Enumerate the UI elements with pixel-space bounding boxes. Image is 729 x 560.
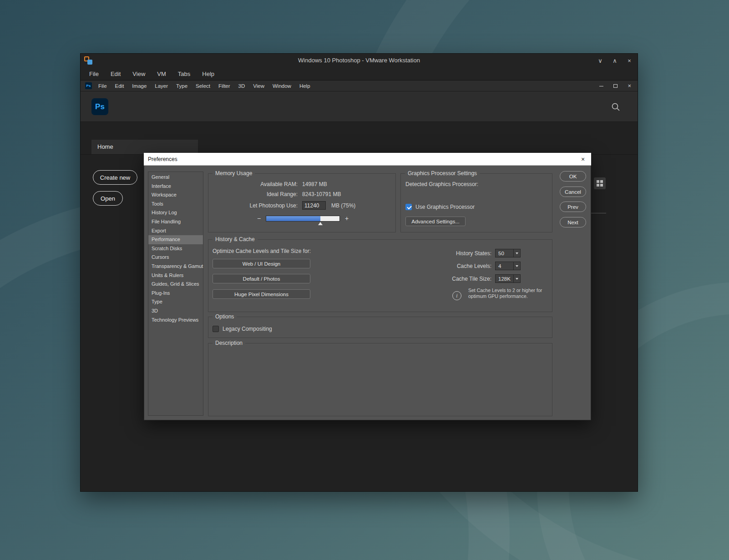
vmware-close-icon[interactable]: × <box>626 57 633 64</box>
sidebar-item-general[interactable]: General <box>148 173 203 182</box>
memory-amount-input[interactable] <box>302 201 326 210</box>
memory-slider-track[interactable] <box>266 216 340 222</box>
slider-plus-icon[interactable]: + <box>344 215 350 222</box>
preset-huge-pixel-dimensions-button[interactable]: Huge Pixel Dimensions <box>213 289 310 299</box>
history-cache-title: History & Cache <box>213 236 258 243</box>
ps-restore-icon[interactable] <box>613 84 618 88</box>
slider-minus-icon[interactable]: − <box>256 215 262 222</box>
ps-menu-help[interactable]: Help <box>295 81 314 91</box>
available-ram-row: Available RAM: 14987 MB <box>208 181 327 188</box>
sidebar-item-export[interactable]: Export <box>148 227 203 236</box>
vm-menu-file[interactable]: File <box>83 67 105 81</box>
cache-tile-size-value: 128K <box>496 276 513 282</box>
legacy-compositing-label: Legacy Compositing <box>223 326 272 332</box>
use-graphics-processor-row[interactable]: Use Graphics Processor <box>405 204 475 210</box>
ps-menu-file[interactable]: File <box>94 81 111 91</box>
sidebar-item-interface[interactable]: Interface <box>148 182 203 191</box>
photoshop-logo: Ps <box>91 98 108 115</box>
history-states-row: History States: 50 <box>208 249 521 257</box>
ps-menu-3d[interactable]: 3D <box>234 81 249 91</box>
history-states-dropdown[interactable]: 50 <box>495 249 521 257</box>
preferences-sidebar: General Interface Workspace Tools Histor… <box>148 172 203 416</box>
sidebar-item-3d[interactable]: 3D <box>148 307 203 316</box>
sidebar-item-type[interactable]: Type <box>148 298 203 307</box>
preferences-dialog: Preferences × General Interface Workspac… <box>144 153 591 420</box>
options-title: Options <box>213 313 237 320</box>
cache-levels-dropdown[interactable]: 4 <box>495 262 521 270</box>
vmware-menubar: File Edit View VM Tabs Help <box>81 67 638 81</box>
graphics-processor-title: Graphics Processor Settings <box>405 170 480 177</box>
legacy-compositing-checkbox[interactable] <box>213 326 219 332</box>
dialog-close-icon[interactable]: × <box>579 153 587 166</box>
vmware-collapse-icon[interactable]: ∨ <box>597 57 604 64</box>
let-photoshop-use-label: Let Photoshop Use: <box>208 202 298 209</box>
vmware-titlebar: Windows 10 Photoshop - VMware Workstatio… <box>81 54 638 67</box>
memory-usage-title: Memory Usage <box>213 170 255 177</box>
ps-minimize-icon[interactable] <box>599 86 603 86</box>
photoshop-topbar: Ps <box>81 91 638 122</box>
search-icon[interactable] <box>611 102 620 111</box>
cache-tile-size-label: Cache Tile Size: <box>452 276 491 282</box>
vmware-window-title: Windows 10 Photoshop - VMware Workstatio… <box>81 54 638 67</box>
history-cache-group: History & Cache Optimize Cache Levels an… <box>208 239 552 312</box>
vmware-window-controls: ∨ ∧ × <box>597 54 633 67</box>
sidebar-item-plug-ins[interactable]: Plug-Ins <box>148 289 203 298</box>
ps-menu-type[interactable]: Type <box>172 81 192 91</box>
legacy-compositing-row[interactable]: Legacy Compositing <box>213 326 272 332</box>
ps-menu-select[interactable]: Select <box>192 81 214 91</box>
ps-menu-window[interactable]: Window <box>268 81 295 91</box>
vm-menu-edit[interactable]: Edit <box>105 67 127 81</box>
open-button[interactable]: Open <box>93 191 123 206</box>
dialog-title: Preferences <box>148 153 177 166</box>
sidebar-item-tools[interactable]: Tools <box>148 200 203 209</box>
grid-view-icon[interactable] <box>594 177 606 189</box>
sidebar-item-units-rulers[interactable]: Units & Rulers <box>148 271 203 280</box>
next-button[interactable]: Next <box>560 217 586 227</box>
memory-usage-group: Memory Usage Available RAM: 14987 MB Ide… <box>208 173 396 232</box>
cache-levels-label: Cache Levels: <box>457 263 491 269</box>
sidebar-item-performance[interactable]: Performance <box>148 235 203 244</box>
graphics-processor-group: Graphics Processor Settings Detected Gra… <box>400 173 552 232</box>
ps-menu-view[interactable]: View <box>249 81 268 91</box>
description-title: Description <box>213 340 245 347</box>
advanced-settings-button[interactable]: Advanced Settings... <box>405 217 466 226</box>
memory-slider-fill <box>266 216 320 221</box>
ps-menu-edit[interactable]: Edit <box>111 81 128 91</box>
prev-button[interactable]: Prev <box>560 202 586 212</box>
preferences-body: General Interface Workspace Tools Histor… <box>144 166 591 420</box>
sidebar-item-transparency-gamut[interactable]: Transparency & Gamut <box>148 262 203 271</box>
cancel-button[interactable]: Cancel <box>560 187 586 197</box>
sidebar-item-cursors[interactable]: Cursors <box>148 253 203 262</box>
use-graphics-processor-checkbox[interactable] <box>405 204 412 210</box>
info-icon: i <box>452 291 461 300</box>
vm-menu-tabs[interactable]: Tabs <box>172 67 196 81</box>
tab-home[interactable]: Home <box>91 140 198 154</box>
sidebar-item-guides-grid-slices[interactable]: Guides, Grid & Slices <box>148 280 203 289</box>
let-photoshop-use-row: Let Photoshop Use: MB (75%) <box>208 201 355 210</box>
ps-menu-image[interactable]: Image <box>128 81 151 91</box>
photoshop-app-icon: Ps <box>85 82 92 89</box>
cache-tile-size-dropdown[interactable]: 128K <box>495 274 521 283</box>
sidebar-item-scratch-disks[interactable]: Scratch Disks <box>148 244 203 253</box>
available-ram-value: 14987 MB <box>302 181 327 187</box>
sidebar-item-technology-previews[interactable]: Technology Previews <box>148 316 203 325</box>
memory-slider-thumb[interactable] <box>318 222 323 225</box>
vmware-fullscreen-icon[interactable]: ∧ <box>611 57 618 64</box>
ps-menu-layer[interactable]: Layer <box>151 81 172 91</box>
ps-menu-filter[interactable]: Filter <box>214 81 234 91</box>
cache-tile-size-row: Cache Tile Size: 128K <box>208 274 521 283</box>
vm-menu-vm[interactable]: VM <box>151 67 172 81</box>
vm-menu-view[interactable]: View <box>127 67 151 81</box>
vm-menu-help[interactable]: Help <box>196 67 220 81</box>
detected-gpu-label: Detected Graphics Processor: <box>405 181 478 187</box>
ok-button[interactable]: OK <box>560 171 586 182</box>
ideal-range-value: 8243-10791 MB <box>302 191 341 197</box>
sidebar-item-file-handling[interactable]: File Handling <box>148 217 203 227</box>
sidebar-item-workspace[interactable]: Workspace <box>148 191 203 200</box>
sidebar-item-history-log[interactable]: History Log <box>148 208 203 217</box>
cache-info-text: Set Cache Levels to 2 or higher for opti… <box>468 288 545 299</box>
ps-close-icon[interactable]: × <box>628 81 631 91</box>
create-new-button[interactable]: Create new <box>93 170 137 185</box>
memory-slider: − + <box>256 215 350 222</box>
options-group: Options Legacy Compositing <box>208 317 552 338</box>
